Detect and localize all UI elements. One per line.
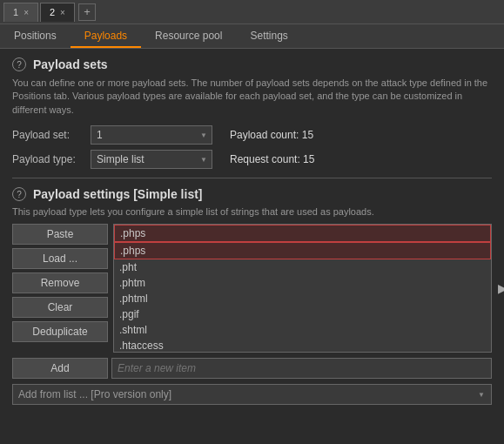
list-item[interactable]: .htaccess [114, 338, 491, 353]
add-item-input[interactable] [111, 358, 492, 379]
nav-resource-pool[interactable]: Resource pool [141, 24, 236, 48]
list-item[interactable]: .phps [114, 242, 491, 259]
tab-1-label: 1 [13, 7, 18, 17]
payload-settings-section: ? Payload settings [Simple list] This pa… [12, 187, 492, 405]
request-count-value: 15 [303, 153, 314, 165]
tab-1[interactable]: 1 × [3, 3, 38, 22]
payload-type-select[interactable]: Simple list Runtime file Custom iterator… [91, 150, 212, 169]
list-item[interactable]: .pht [114, 259, 491, 275]
payload-count-info: Payload count: 15 [230, 129, 313, 141]
payload-sets-desc: You can define one or more payload sets.… [12, 77, 492, 117]
load-button[interactable]: Load ... [12, 248, 108, 269]
list-area: Paste Load ... Remove Clear Deduplicate … [12, 224, 492, 353]
payload-type-row: Payload type: Simple list Runtime file C… [12, 150, 492, 169]
payload-type-select-wrapper: Simple list Runtime file Custom iterator… [91, 150, 212, 169]
payload-sets-title: Payload sets [33, 57, 108, 71]
payload-list[interactable]: .phps.phps.pht.phtm.phtml.pgif.shtml.hta… [113, 224, 492, 353]
payload-set-select[interactable]: 1 [91, 125, 212, 145]
nav-payloads[interactable]: Payloads [71, 24, 141, 48]
clear-button[interactable]: Clear [12, 297, 108, 318]
request-count-info: Request count: 15 [230, 153, 314, 165]
tab-2-close[interactable]: × [60, 8, 65, 17]
payload-set-row: Payload set: 1 Payload count: 15 [12, 125, 492, 145]
help-icon[interactable]: ? [12, 57, 26, 71]
list-buttons: Paste Load ... Remove Clear Deduplicate [12, 224, 108, 353]
settings-help-icon[interactable]: ? [12, 187, 26, 201]
request-count-label: Request count: [230, 153, 300, 165]
list-item[interactable]: .phps [114, 225, 491, 242]
add-button[interactable]: Add [12, 358, 108, 379]
expand-arrow-button[interactable]: ▶ [498, 281, 504, 295]
payload-settings-title: Payload settings [Simple list] [33, 187, 203, 201]
paste-button[interactable]: Paste [12, 224, 108, 245]
add-tab-button[interactable]: + [78, 3, 96, 21]
payload-set-label: Payload set: [12, 129, 91, 141]
from-list-row: Add from list ... [Pro version only] [12, 384, 492, 405]
payload-sets-header: ? Payload sets [12, 57, 492, 71]
from-list-select[interactable]: Add from list ... [Pro version only] [12, 384, 492, 405]
list-item[interactable]: .shtml [114, 322, 491, 338]
nav-positions[interactable]: Positions [0, 24, 71, 48]
payload-count-label: Payload count: [230, 129, 299, 141]
payload-count-value: 15 [302, 129, 313, 141]
nav-settings[interactable]: Settings [236, 24, 301, 48]
tab-2-label: 2 [50, 7, 55, 17]
deduplicate-button[interactable]: Deduplicate [12, 321, 108, 342]
main-content: ? Payload sets You can define one or mor… [0, 49, 504, 414]
payload-type-label: Payload type: [12, 153, 91, 165]
tab-bar: 1 × 2 × + [0, 0, 504, 24]
payload-settings-desc: This payload type lets you configure a s… [12, 206, 492, 217]
list-container: .phps.phps.pht.phtm.phtml.pgif.shtml.hta… [113, 224, 492, 353]
section-divider [12, 178, 492, 178]
tab-1-close[interactable]: × [24, 8, 29, 17]
list-item[interactable]: .phtml [114, 291, 491, 306]
list-item[interactable]: .pgif [114, 306, 491, 322]
add-row: Add [12, 358, 492, 379]
payload-settings-header: ? Payload settings [Simple list] [12, 187, 492, 201]
tab-2[interactable]: 2 × [40, 3, 75, 22]
list-item[interactable]: .phtm [114, 275, 491, 291]
remove-button[interactable]: Remove [12, 272, 108, 293]
payload-set-select-wrapper: 1 [91, 125, 212, 145]
nav-bar: Positions Payloads Resource pool Setting… [0, 24, 504, 49]
